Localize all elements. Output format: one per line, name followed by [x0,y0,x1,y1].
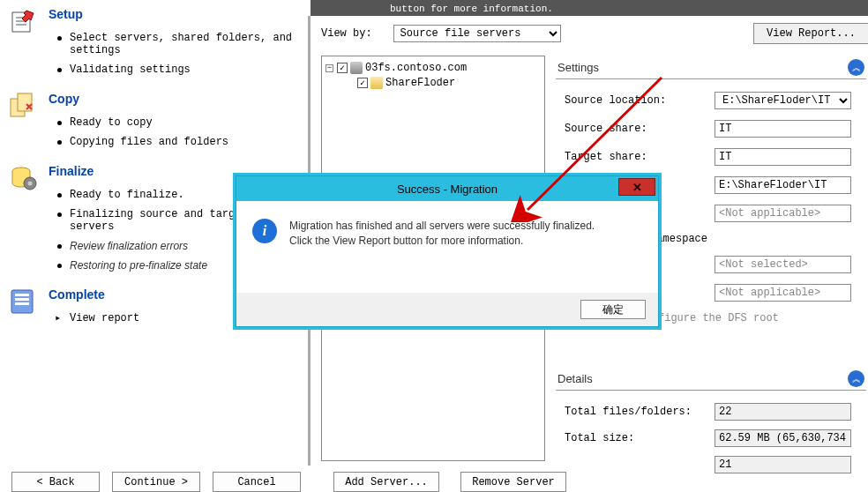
setup-icon [9,7,37,35]
continue-button[interactable]: Continue > [112,472,200,492]
view-report-button[interactable]: View Report... [753,23,868,44]
add-server-button[interactable]: Add Server... [333,472,439,492]
viewby-row: View by: Source file servers View Report… [311,16,868,51]
not-applicable-2[interactable] [715,284,851,302]
remove-server-button[interactable]: Remove Server [460,472,566,492]
back-button[interactable]: < Back [11,472,100,492]
close-button[interactable]: ✕ [618,178,655,196]
total-size-value [715,429,851,447]
copy-icon [9,92,37,120]
checkbox-root[interactable]: ✓ [337,63,348,73]
collapse-up-icon-2[interactable]: ︽ [848,370,864,387]
bottom-button-bar: < Back Continue > Cancel Add Server... R… [0,466,868,492]
total-files-label: Total files/folders: [556,406,715,418]
folder-icon [370,77,383,89]
details-header-row: Details ︽ [556,367,866,391]
modal-footer: 确定 [236,293,658,326]
finalize-icon [9,164,37,192]
section-setup: Setup Select servers, shared folders, an… [9,7,299,76]
source-share-input[interactable] [715,120,851,138]
modal-message: Migration has finished and all servers w… [289,219,595,249]
banner-text: button for more information. [390,4,553,14]
source-location-select[interactable]: E:\ShareFloder\IT [715,92,851,109]
target-share-label: Target share: [556,151,715,163]
cancel-button[interactable]: Cancel [213,472,301,492]
collapse-up-icon[interactable]: ︽ [848,59,864,76]
close-icon: ✕ [632,181,642,194]
svg-rect-9 [15,302,29,305]
checkbox-child[interactable]: ✓ [357,78,368,88]
svg-rect-6 [11,290,33,313]
viewby-label: View by: [321,27,372,40]
target-share-input[interactable] [715,148,851,166]
tree-child-row[interactable]: ✓ ShareFloder [357,77,541,89]
source-location-label: Source location: [556,94,715,107]
info-icon: i [252,219,277,243]
modal-title-text: Success - Migration [397,183,498,196]
unc-input[interactable] [715,176,851,194]
tree-root-label: 03fs.contoso.com [365,62,467,74]
setup-item-1[interactable]: Validating settings [57,63,299,76]
tree-root-row[interactable]: − ✓ 03fs.contoso.com [326,62,541,74]
svg-point-5 [28,182,33,186]
not-applicable-1[interactable] [715,205,851,222]
details-header: Details [557,372,848,385]
expand-icon[interactable]: − [326,64,333,72]
success-modal: Success - Migration ✕ i Migration has fi… [236,175,659,327]
modal-line2: Click the View Report button for more in… [289,234,595,249]
modal-body: i Migration has finished and all servers… [236,201,658,266]
copy-item-1[interactable]: Copying files and folders [57,136,299,148]
viewby-select[interactable]: Source file servers [393,25,561,42]
not-selected-input[interactable] [715,256,851,273]
settings-header-row: Settings ︽ [556,56,866,79]
ok-button[interactable]: 确定 [580,300,646,319]
server-icon [350,62,363,74]
copy-header: Copy [49,92,299,106]
tree-child-label: ShareFloder [385,77,455,89]
total-files-value [715,403,851,421]
settings-header: Settings [557,61,848,74]
svg-rect-8 [15,298,29,301]
section-copy: Copy Ready to copy Copying files and fol… [9,92,299,148]
setup-item-0[interactable]: Select servers, shared folders, and sett… [57,32,299,56]
top-banner-strip: button for more information. [311,0,868,16]
svg-rect-7 [15,294,29,296]
setup-header: Setup [49,7,299,21]
copy-item-0[interactable]: Ready to copy [57,116,299,129]
modal-titlebar: Success - Migration ✕ [236,176,658,201]
source-share-label: Source share: [556,123,715,135]
modal-line1: Migration has finished and all servers w… [289,219,595,234]
complete-icon [9,287,37,316]
total-size-label: Total size: [556,432,715,444]
